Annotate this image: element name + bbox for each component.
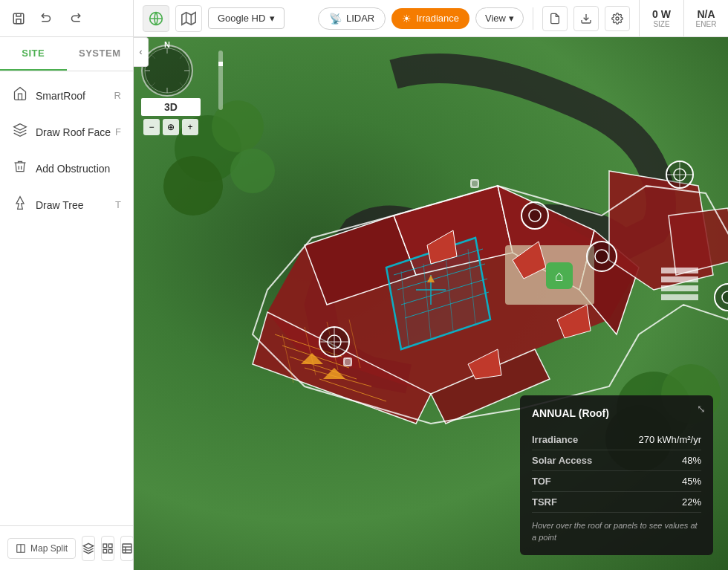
compass-controls: − ⊕ + [141,119,201,135]
irradiance-sun-icon: ☀ [402,13,412,25]
energy-stat: N/A ENER [683,0,728,36]
sidebar-item-smartroof[interactable]: SmartRoof R [0,77,133,114]
svg-point-60 [595,250,608,263]
settings-icon-btn[interactable] [605,6,630,31]
svg-text:⌂: ⌂ [555,268,564,284]
svg-rect-12 [108,549,112,553]
toolbar-center: Google HD ▾ 📡 LIDAR ☀ Irradiance View ▾ [134,5,639,32]
left-sidebar: SITE SYSTEM SmartRoof R Draw Roof Face [0,37,134,570]
svg-point-75 [471,180,478,187]
solar-access-info-label: Solar Access [532,455,592,466]
tab-site[interactable]: SITE [0,37,67,71]
undo-icon-btn[interactable] [36,7,58,30]
svg-marker-8 [83,543,93,548]
tof-info-value: 45% [682,476,701,487]
tab-system[interactable]: SYSTEM [67,37,134,71]
solar-access-info-value: 48% [682,455,701,466]
tsrf-info-value: 22% [682,496,701,508]
compass-3d-label[interactable]: 3D [141,98,201,116]
smartroof-label: SmartRoof [36,90,85,102]
info-row-irradiance: Irradiance 270 kWh/m²/yr [532,430,701,450]
zoom-out-btn[interactable]: − [143,119,160,135]
map-view-btn[interactable] [175,5,202,32]
redo-icon-btn[interactable] [64,7,86,30]
info-panel: ⤡ ANNUAL (Roof) Irradiance 270 kWh/m²/yr… [520,395,713,555]
svg-rect-71 [661,285,698,291]
info-row-solar-access: Solar Access 48% [532,450,701,471]
document-icon-btn[interactable] [542,6,568,31]
svg-rect-70 [661,276,698,282]
grid-icon-btn[interactable] [101,536,114,561]
irradiance-button[interactable]: ☀ Irradiance [391,8,469,29]
toolbar-left [0,0,134,36]
size-value: 0 W [652,8,671,20]
smartroof-icon [12,86,28,105]
compass-ctrl-icon[interactable]: ⊕ [163,119,179,135]
sidebar-toggle-btn[interactable]: ‹ [134,37,149,67]
svg-rect-9 [103,544,107,548]
irradiance-label: Irradiance [416,13,459,24]
compass-container: N [141,45,201,119]
bottom-toolbar: Map Split [0,525,134,570]
smartroof-shortcut: R [114,90,121,101]
svg-rect-11 [103,549,107,553]
draw-roof-face-shortcut: F [115,126,121,137]
svg-rect-96 [218,51,223,110]
map-type-dropdown[interactable]: Google HD ▾ [208,7,285,29]
info-row-tof: TOF 45% [532,471,701,492]
compass-circle[interactable]: N [141,45,193,97]
satellite-view-btn[interactable] [143,5,169,32]
view-chevron-icon: ▾ [509,13,514,24]
tof-info-label: TOF [532,476,551,487]
info-hint-text: Hover over the roof or panels to see val… [532,520,701,543]
svg-rect-72 [661,294,698,300]
zoom-in-btn[interactable]: + [182,119,198,135]
irradiance-info-value: 270 kWh/m²/yr [638,434,701,445]
sidebar-item-draw-roof-face[interactable]: Draw Roof Face F [0,114,133,150]
svg-point-58 [529,210,541,221]
lidar-button[interactable]: 📡 LIDAR [318,7,386,30]
toolbar-divider-1 [533,7,533,30]
svg-marker-1 [182,12,195,25]
download-icon-btn[interactable] [573,6,599,31]
map-split-label: Map Split [30,543,68,554]
size-label: SIZE [653,20,669,28]
size-stat: 0 W SIZE [639,0,683,36]
info-row-tsrf: TSRF 22% [532,492,701,513]
map-type-label: Google HD [218,13,265,24]
map-area[interactable]: ⌂ N [134,37,728,570]
draw-tree-label: Draw Tree [36,199,84,211]
lidar-label: LIDAR [346,13,374,24]
svg-point-76 [344,358,351,366]
svg-rect-97 [218,62,223,66]
svg-point-5 [616,17,619,20]
svg-rect-69 [661,268,698,273]
svg-rect-13 [123,544,131,553]
draw-roof-face-label: Draw Roof Face [36,126,111,138]
add-obstruction-label: Add Obstruction [36,163,110,175]
draw-roof-face-icon [12,123,28,141]
compass-n-label: N [164,40,170,49]
energy-label: ENER [696,20,717,28]
sidebar-collapse-icon: ‹ [140,47,143,57]
map-type-chevron-icon: ▾ [270,13,275,24]
svg-rect-10 [108,544,112,548]
svg-point-79 [163,156,223,216]
info-panel-title: ANNUAL (Roof) [532,407,701,419]
view-label: View [485,13,506,24]
irradiance-info-label: Irradiance [532,434,578,445]
view-dropdown[interactable]: View ▾ [475,7,524,29]
draw-tree-icon [12,195,28,214]
sidebar-tabs: SITE SYSTEM [0,37,133,71]
map-split-button[interactable]: Map Split [7,538,76,559]
save-icon-btn[interactable] [7,7,30,30]
svg-point-80 [230,149,275,193]
expand-icon-btn[interactable]: ⤡ [697,403,706,415]
top-toolbar: Google HD ▾ 📡 LIDAR ☀ Irradiance View ▾ [0,0,728,37]
layers-icon-btn[interactable] [82,536,95,561]
sidebar-item-draw-tree[interactable]: Draw Tree T [0,187,133,223]
sidebar-item-add-obstruction[interactable]: Add Obstruction [0,150,133,187]
table-icon-btn[interactable] [120,536,134,561]
lidar-icon: 📡 [329,13,342,25]
draw-tree-shortcut: T [115,199,121,210]
